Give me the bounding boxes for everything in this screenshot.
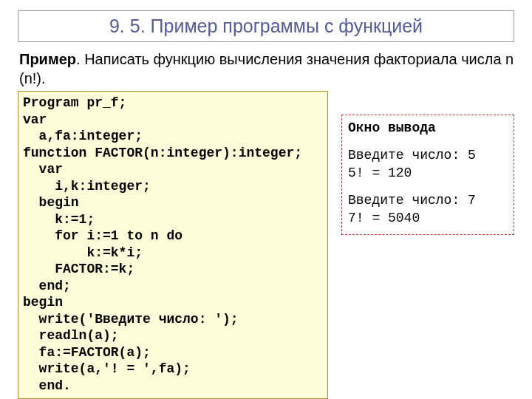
section-heading-box: 9. 5. Пример программы с функцией <box>18 10 514 42</box>
code-listing: Program pr_f; var a,fa:integer; function… <box>18 91 328 399</box>
example-label: Пример <box>19 51 76 67</box>
output-spacer <box>348 137 508 147</box>
output-run1-result: 5! = 120 <box>348 165 508 182</box>
example-description: Пример. Написать функцию вычисления знач… <box>19 50 514 88</box>
example-text: . Написать функцию вычисления значения ф… <box>19 51 514 86</box>
output-run1-prompt: Введите число: 5 <box>348 147 508 164</box>
output-run2-prompt: Введите число: 7 <box>348 192 508 209</box>
output-column: Окно вывода Введите число: 5 5! = 120 Вв… <box>328 91 514 235</box>
output-spacer <box>348 182 508 192</box>
output-run2-result: 7! = 5040 <box>348 210 508 227</box>
output-header: Окно вывода <box>348 120 508 137</box>
output-window: Окно вывода Введите число: 5 5! = 120 Вв… <box>341 115 514 235</box>
section-heading: 9. 5. Пример программы с функцией <box>109 16 423 36</box>
content-row: Program pr_f; var a,fa:integer; function… <box>18 91 514 399</box>
